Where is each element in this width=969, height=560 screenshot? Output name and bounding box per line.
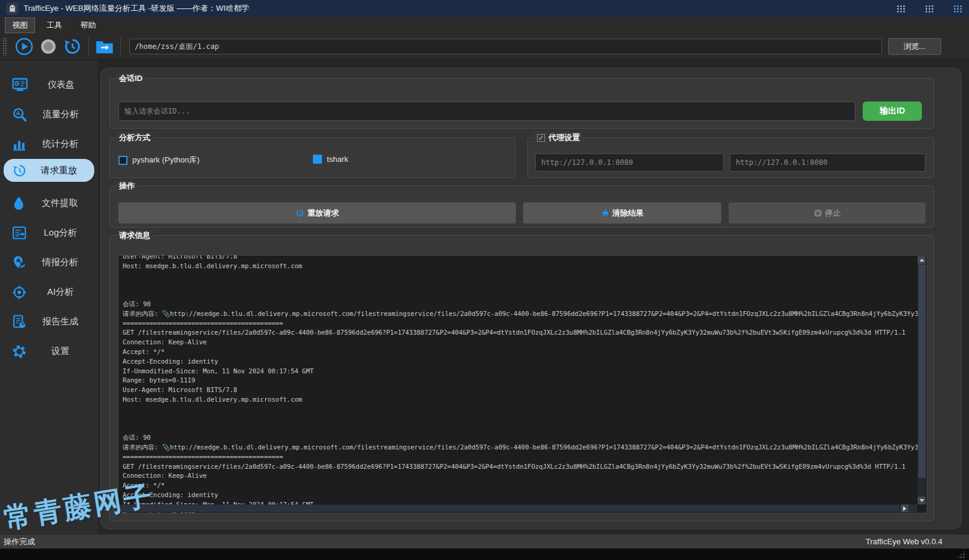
pyshark-label: pyshark (Python库) [132,155,199,166]
dots-grid-icon-active[interactable] [953,5,963,13]
broom-icon [601,208,610,217]
stop-button[interactable]: 停止 [729,202,926,224]
actions-group-title: 操作 [116,181,138,191]
replay-icon [295,208,304,217]
dashboard-icon [12,78,28,92]
sidebar-item-label: 统计分析 [27,138,98,150]
menu-help[interactable]: 帮助 [74,18,103,33]
toolbar-separator [88,37,89,56]
traffic-analysis-icon [12,107,27,122]
play-button[interactable] [12,35,36,58]
open-folder-button[interactable] [92,35,117,58]
titlebar: TrafficEye - WEB网络流量分析工具 -研发版 ——作者：WI啥都学 [0,0,969,17]
output-id-button[interactable]: 输出ID [863,101,922,121]
sidebar: 仪表盘 流量分析 统计分析 请求重放 文件提取 Log分析 情报分析 AI分析 … [0,60,98,534]
sidebar-item-label: AI分析 [27,286,98,298]
gear-icon [12,344,27,359]
vertical-scrollbar-thumb[interactable] [918,265,926,478]
sidebar-item-report-generation[interactable]: 报告生成 [0,307,98,336]
horizontal-scrollbar[interactable] [119,504,917,512]
pyshark-checkbox-row[interactable]: pyshark (Python库) [118,155,199,166]
map-pin-icon [12,256,26,270]
sidebar-item-statistics[interactable]: 统计分析 [0,129,98,159]
session-id-group: 会话ID 输出ID [109,78,935,129]
clear-results-button[interactable]: 清除结果 [523,202,721,224]
menu-view[interactable]: 视图 [5,18,35,33]
replay-icon [12,163,27,178]
sidebar-item-label: 仪表盘 [28,79,98,91]
horizontal-scrollbar-thumb[interactable] [119,505,899,512]
capture-path-input[interactable] [129,39,882,54]
scroll-down-button[interactable] [918,497,926,504]
proxy-enabled-checkbox[interactable]: ✓ [537,134,545,142]
ai-target-icon [12,285,27,300]
session-id-input[interactable] [118,101,855,121]
sidebar-item-intel-analysis[interactable]: 情报分析 [0,248,98,277]
sidebar-item-label: 设置 [27,346,98,357]
proxy-settings-group: ✓ 代理设置 [527,137,935,178]
request-info-group: 请求信息 User-Agent: Microsoft BITS/7.8 Host… [109,235,935,521]
droplet-icon [12,196,25,211]
sidebar-item-traffic-analysis[interactable]: 流量分析 [0,100,98,129]
proxy-http-input[interactable] [535,153,724,172]
report-icon [12,315,27,329]
sidebar-item-label: 流量分析 [27,109,98,120]
session-group-title: 会话ID [116,73,146,84]
stop-icon [814,209,822,217]
scrollbar-corner [909,504,917,512]
vertical-scrollbar[interactable] [918,256,926,504]
pyshark-checkbox[interactable] [118,156,127,165]
sidebar-item-file-extraction[interactable]: 文件提取 [0,188,98,218]
analysis-method-group: 分析方式 pyshark (Python库) tshark [109,137,515,178]
proxy-group-title: 代理设置 [549,132,580,143]
toolbar-separator [120,37,121,56]
request-info-title: 请求信息 [116,230,153,241]
sidebar-item-dashboard[interactable]: 仪表盘 [0,70,98,100]
scroll-right-button[interactable] [901,504,909,512]
actions-group: 操作 重放请求 清除结果 停止 [109,185,935,228]
scroll-up-button[interactable] [918,256,926,264]
menubar: 视图 工具 帮助 [0,17,969,33]
dots-grid-icon-1[interactable] [897,5,906,13]
sidebar-item-label: 请求重放 [27,165,94,176]
analysis-group-title: 分析方式 [116,132,153,143]
log-analysis-icon [12,226,27,240]
window-title: TrafficEye - WEB网络流量分析工具 -研发版 ——作者：WI啥都学 [24,3,249,14]
sidebar-item-request-replay[interactable]: 请求重放 [4,159,94,182]
sidebar-item-label: Log分析 [27,227,98,239]
history-button[interactable] [60,35,85,58]
toolbar: 浏览... [0,33,969,60]
app-logo-icon [6,2,18,14]
statusbar: 操作完成 TrafficEye Web v0.0.4 [0,534,969,549]
status-message: 操作完成 [4,536,35,547]
dots-grid-icon-2[interactable] [925,5,935,13]
record-button-disabled[interactable] [36,35,60,58]
statistics-icon [12,137,27,152]
tshark-checkbox[interactable] [313,155,322,164]
sidebar-item-label: 报告生成 [27,316,98,327]
window-bottom-strip [0,549,969,560]
toolbar-drag-handle[interactable] [2,37,7,56]
sidebar-item-label: 情报分析 [26,257,98,268]
sidebar-item-settings[interactable]: 设置 [0,336,98,366]
main-panel: 会话ID 输出ID 分析方式 pyshark (Python库) tshark … [100,68,962,529]
sidebar-item-ai-analysis[interactable]: AI分析 [0,277,98,307]
request-info-textarea[interactable]: User-Agent: Microsoft BITS/7.8 Host: mse… [118,255,927,513]
sidebar-item-label: 文件提取 [25,198,98,209]
tshark-checkbox-row[interactable]: tshark [313,155,348,164]
tshark-label: tshark [327,155,348,164]
request-info-content: User-Agent: Microsoft BITS/7.8 Host: mse… [123,255,927,513]
replay-request-button[interactable]: 重放请求 [118,202,516,224]
sidebar-item-log-analysis[interactable]: Log分析 [0,218,98,248]
browse-button[interactable]: 浏览... [888,38,941,55]
version-label: TrafficEye Web v0.0.4 [866,537,942,546]
menu-tools[interactable]: 工具 [40,18,69,33]
proxy-https-input[interactable] [730,153,926,172]
